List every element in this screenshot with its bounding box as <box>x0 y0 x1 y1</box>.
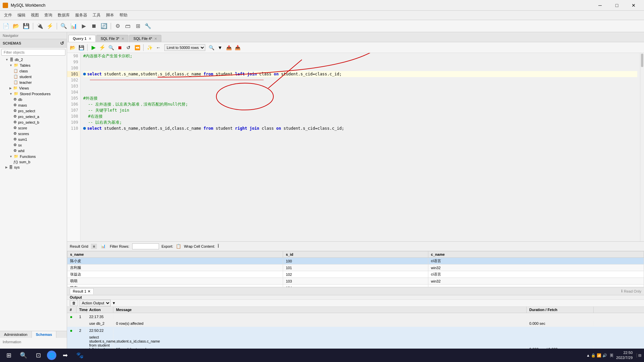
tree-item-tables[interactable]: ▼ 📁 Tables <box>0 62 67 68</box>
tree-item-teacher[interactable]: 📋 teacher <box>0 79 67 85</box>
tab-query1-close[interactable]: ✕ <box>89 37 91 41</box>
import-button[interactable]: 📥 <box>233 44 241 52</box>
menu-view[interactable]: 视图 <box>28 11 42 19</box>
close-button[interactable]: ✕ <box>626 0 641 11</box>
filter-rows-input[interactable] <box>132 243 159 249</box>
wrap-button[interactable]: Ī <box>218 244 219 249</box>
search-input[interactable] <box>1 49 65 56</box>
result-chart-button[interactable]: 📊 <box>100 243 107 249</box>
tab-sqlfile3-close[interactable]: ✕ <box>121 37 124 41</box>
menu-script[interactable]: 脚本 <box>103 11 117 19</box>
code-content[interactable]: #内连接不会产生笛卡尔积; select student.s_name,stud… <box>80 53 640 241</box>
maximize-button[interactable]: □ <box>609 0 625 11</box>
export-button-result[interactable]: 📋 <box>176 244 181 249</box>
tree-item-functions[interactable]: ▼ 📁 Functions <box>0 154 67 159</box>
disconnect-button[interactable]: ⚡ <box>45 21 55 31</box>
tab-sqlfile4[interactable]: SQL File 4* ✕ <box>129 35 161 42</box>
col-header-sname[interactable]: s_name <box>67 251 283 258</box>
show-desktop-button[interactable]: ⊟ <box>637 353 641 358</box>
menu-edit[interactable]: 编辑 <box>15 11 28 19</box>
migration-button[interactable]: 🗃 <box>123 21 132 31</box>
search-sql-button[interactable]: 🔍 <box>207 44 215 52</box>
table-row-4[interactable]: 晓东 104 c++ <box>67 285 644 287</box>
tree-item-pro-select-b[interactable]: ⚙ pro_select_b <box>0 119 67 125</box>
layout-button[interactable]: ⊞ <box>133 21 143 31</box>
tree-item-sys[interactable]: ▶ 🗄 sys <box>0 165 67 170</box>
tree-item-pro-select-a[interactable]: ⚙ pro_select_a <box>0 114 67 119</box>
tree-item-sum-b[interactable]: ƒ() sum_b <box>0 159 67 165</box>
tree-item-views[interactable]: ▶ 📁 Views <box>0 85 67 91</box>
tree-item-stored-procs[interactable]: ▼ 📁 Stored Procedures <box>0 91 67 97</box>
table-row-0[interactable]: 陈小皮 100 ci语言 <box>67 258 644 264</box>
menu-database[interactable]: 数据库 <box>55 11 72 19</box>
toggle-button[interactable]: ↺ <box>124 44 132 52</box>
tab-administration[interactable]: Administration <box>0 331 32 338</box>
scrollbar-thumb[interactable] <box>641 54 643 67</box>
refresh-button[interactable]: 🔄 <box>99 21 109 31</box>
preferences-button[interactable]: 🔧 <box>143 21 153 31</box>
tree-item-class[interactable]: 📋 class <box>0 68 67 74</box>
tab-sqlfile4-close[interactable]: ✕ <box>154 37 157 41</box>
table-row-3[interactable]: 萌萌 103 win32 <box>67 278 644 285</box>
save-sql-button[interactable]: 💾 <box>77 44 85 52</box>
tree-item-student[interactable]: 📋 student <box>0 74 67 79</box>
menu-query[interactable]: 查询 <box>42 11 55 19</box>
output-row-1[interactable]: ● 1 22:17:35 use db_2 0 row(s) affected … <box>67 313 644 327</box>
indent-button[interactable]: ← <box>154 44 162 52</box>
col-header-sid[interactable]: s_id <box>283 251 428 258</box>
stop-button[interactable]: ⏹ <box>89 21 99 31</box>
col-header-cname[interactable]: c_name <box>428 251 644 258</box>
schemas-icon[interactable]: ↺ <box>60 41 64 46</box>
tree-item-sum1[interactable]: ⚙ sum1 <box>0 136 67 142</box>
new-file-button[interactable]: 📄 <box>1 21 11 31</box>
run-button[interactable]: ▶ <box>90 44 98 52</box>
start-button[interactable]: ⊞ <box>3 349 15 361</box>
tree-item-score[interactable]: ⚙ score <box>0 125 67 131</box>
history-button[interactable]: ⏪ <box>133 44 141 52</box>
open-sql-button[interactable]: 📂 <box>68 44 76 52</box>
result-grid-button[interactable]: ≡ <box>91 244 97 249</box>
minimize-button[interactable]: ─ <box>592 0 608 11</box>
app-button[interactable]: 🐾 <box>74 349 86 361</box>
menu-server[interactable]: 服务器 <box>72 11 90 19</box>
tab-query1[interactable]: Query 1 ✕ <box>68 35 96 42</box>
connect-button[interactable]: 🔌 <box>35 21 45 31</box>
tree-item-sx[interactable]: ⚙ sx <box>0 142 67 148</box>
tree-item-db2[interactable]: ▼ 🗄 db_2 <box>0 57 67 62</box>
tab-schemas[interactable]: Schemas <box>32 331 56 338</box>
result-tab-close[interactable]: ✕ <box>88 289 91 294</box>
tree-item-whil[interactable]: ⚙ whil <box>0 148 67 154</box>
query-button[interactable]: ▶ <box>79 21 89 31</box>
save-button[interactable]: 💾 <box>21 21 31 31</box>
management-button[interactable]: ⚙ <box>113 21 122 31</box>
limit-select[interactable]: Limit to 50000 rows <box>164 44 205 51</box>
menu-help[interactable]: 帮助 <box>117 11 130 19</box>
tree-item-maxs[interactable]: ⚙ maxs <box>0 102 67 108</box>
table-row-2[interactable]: 张益达 102 ci语言 <box>67 271 644 278</box>
browser-button[interactable]: 🌐 <box>47 351 56 360</box>
run-selection-button[interactable]: ⚡ <box>98 44 106 52</box>
result-table-area[interactable]: s_name s_id c_name 陈小皮 100 ci语言 吉利服 <box>67 251 644 287</box>
action-output-select[interactable]: Action Output <box>79 300 111 306</box>
menu-file[interactable]: 文件 <box>1 11 15 19</box>
schema-inspector-button[interactable]: 🔍 <box>59 21 68 31</box>
export-button[interactable]: 📤 <box>225 44 233 52</box>
filter-sql-button[interactable]: ▼ <box>216 44 224 52</box>
search-taskbar-button[interactable]: 🔍 <box>17 349 30 361</box>
menu-tools[interactable]: 工具 <box>90 11 103 19</box>
tree-item-scores[interactable]: ⚙ scores <box>0 131 67 136</box>
tree-item-pro-select[interactable]: ⚙ pro_select <box>0 108 67 114</box>
arrow-button[interactable]: ➡ <box>59 349 71 361</box>
stop-sql-button[interactable]: ⏹ <box>116 44 124 52</box>
editor-scrollbar[interactable] <box>640 53 644 241</box>
taskview-button[interactable]: ⊡ <box>32 349 44 361</box>
table-row-1[interactable]: 吉利服 101 win32 <box>67 264 644 271</box>
format-button[interactable]: ✨ <box>146 44 154 52</box>
output-clear-button[interactable]: 🗑 <box>70 300 78 306</box>
result-tab-1[interactable]: Result 1 ✕ <box>70 288 94 294</box>
open-file-button[interactable]: 📂 <box>11 21 21 31</box>
tab-sqlfile3[interactable]: SQL File 3* ✕ <box>96 35 128 42</box>
explain-button[interactable]: 🔍 <box>107 44 115 52</box>
table-inspector-button[interactable]: 📊 <box>69 21 78 31</box>
tree-item-db[interactable]: ⚙ db <box>0 97 67 102</box>
